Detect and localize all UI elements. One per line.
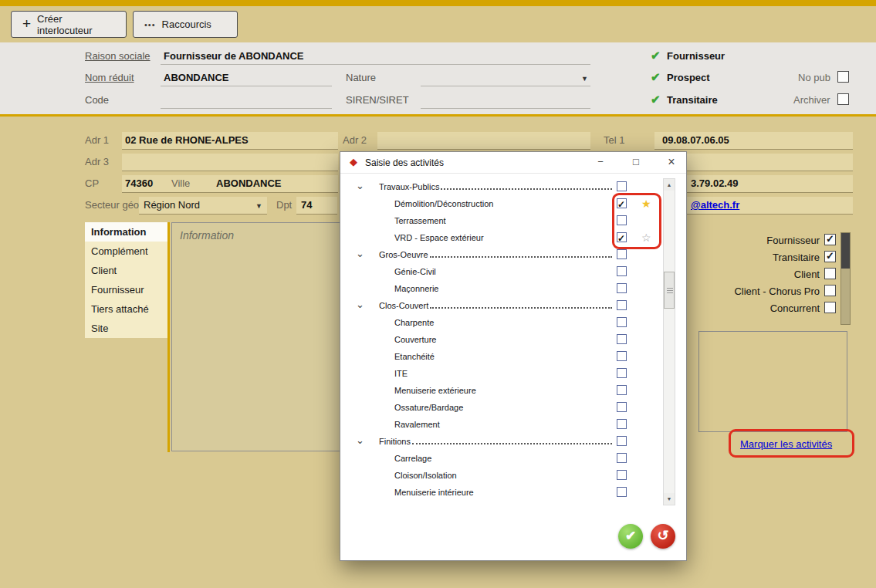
secteur-dropdown-arrow-icon[interactable]: ▼ — [255, 202, 262, 210]
adr2-field[interactable] — [377, 132, 590, 150]
dialog-titlebar[interactable]: ◆ Saisie des activités − □ × — [340, 152, 686, 174]
minimize-button[interactable]: − — [586, 152, 615, 174]
chevron-down-icon[interactable]: ⌄ — [356, 432, 364, 449]
scroll-up-icon[interactable]: ▲ — [664, 179, 675, 191]
adr1-label: Adr 1 — [85, 134, 109, 146]
secteur-geo-dropdown[interactable]: Région Nord ▼ — [139, 197, 267, 215]
activity-checkbox[interactable] — [617, 300, 627, 310]
flags-scrollbar-thumb[interactable] — [841, 233, 850, 269]
activity-group-row[interactable]: ⌄ Clos-Couvert — [345, 297, 663, 314]
close-button[interactable]: × — [657, 152, 686, 174]
validate-button[interactable]: ✔ — [618, 524, 643, 549]
maximize-button[interactable]: □ — [621, 152, 651, 174]
activity-group-row[interactable]: ⌄ Travaux-Publics — [345, 178, 663, 195]
chevron-down-icon[interactable]: ⌄ — [356, 296, 364, 313]
activity-label: Couverture — [394, 331, 436, 348]
nature-field[interactable] — [421, 86, 590, 86]
archiver-checkbox[interactable] — [837, 93, 849, 105]
activity-row[interactable]: Ossature/Bardage — [345, 399, 663, 416]
activity-row[interactable]: Menuiserie intérieure — [345, 484, 663, 501]
shortcuts-button[interactable]: ••• Raccourcis — [133, 11, 238, 38]
tab-fournisseur-label: Fournisseur — [91, 284, 144, 296]
activity-checkbox[interactable] — [617, 232, 627, 242]
dialog-scrollbar[interactable]: ▲ ▼ — [663, 178, 675, 505]
activity-row[interactable]: VRD - Espace extérieur — [345, 229, 663, 246]
activity-checkbox[interactable] — [617, 402, 627, 412]
activity-row[interactable]: Maçonnerie — [345, 280, 663, 297]
activity-checkbox[interactable] — [617, 266, 627, 276]
activity-checkbox[interactable] — [617, 470, 627, 480]
tab-site[interactable]: Site — [85, 319, 167, 338]
no-pub-checkbox[interactable] — [837, 71, 849, 83]
activity-row[interactable]: Ravalement — [345, 416, 663, 433]
favorite-star-icon[interactable] — [641, 229, 651, 246]
tab-client[interactable]: Client — [85, 261, 167, 280]
cp-ville-field[interactable]: 74360 Ville ABONDANCE — [122, 175, 338, 193]
email-link[interactable]: @altech.fr — [691, 199, 739, 211]
activity-checkbox[interactable] — [617, 436, 627, 446]
scroll-down-icon[interactable]: ▼ — [664, 493, 675, 505]
tel1-field[interactable]: 09.08.07.06.05 — [654, 132, 853, 150]
activity-checkbox[interactable] — [617, 453, 627, 463]
flag-transitaire-checkbox[interactable] — [824, 251, 836, 262]
activity-checkbox[interactable] — [617, 351, 627, 361]
flags-scrollbar[interactable] — [840, 232, 851, 325]
cancel-button[interactable]: ↺ — [651, 524, 675, 549]
code-field[interactable] — [161, 108, 332, 109]
raison-sociale-label[interactable]: Raison sociale — [85, 50, 151, 62]
thumb-grip — [667, 292, 673, 293]
activity-row[interactable]: Terrassement — [345, 212, 663, 229]
activity-row[interactable]: ITE — [345, 365, 663, 382]
marquer-activites-link[interactable]: Marquer les activités — [740, 438, 832, 450]
thumb-grip — [667, 288, 673, 289]
nom-reduit-label[interactable]: Nom réduit — [85, 72, 134, 83]
chevron-down-icon[interactable]: ⌄ — [356, 178, 364, 194]
flag-fournisseur-checkbox[interactable] — [824, 234, 836, 245]
chevron-down-icon[interactable]: ⌄ — [356, 245, 364, 262]
activity-row[interactable]: Charpente — [345, 314, 663, 331]
scrollbar-thumb[interactable] — [664, 272, 675, 309]
tab-tiers-attache[interactable]: Tiers attaché — [85, 299, 167, 319]
activity-checkbox[interactable] — [617, 283, 627, 293]
tab-information[interactable]: Information — [85, 222, 167, 242]
nature-dropdown-arrow-icon[interactable]: ▼ — [581, 75, 588, 83]
tab-fournisseur[interactable]: Fournisseur — [85, 280, 167, 299]
flag-concurrent-checkbox[interactable] — [824, 302, 836, 313]
activity-checkbox[interactable] — [617, 198, 627, 208]
siren-siret-label: SIREN/SIRET — [346, 94, 409, 106]
activity-checkbox[interactable] — [617, 317, 627, 327]
activity-row[interactable]: Etanchéité — [345, 348, 663, 365]
shortcuts-label: Raccourcis — [162, 19, 211, 30]
tab-complement[interactable]: Complément — [85, 242, 167, 261]
activity-checkbox[interactable] — [617, 368, 627, 378]
dpt-field[interactable]: 74 — [296, 197, 337, 215]
activity-checkbox[interactable] — [617, 215, 627, 225]
activity-row[interactable]: Génie-Civil — [345, 263, 663, 280]
activity-group-row[interactable]: ⌄ Finitions — [345, 433, 663, 450]
activity-row[interactable]: Menuiserie extérieure — [345, 382, 663, 399]
tab-site-label: Site — [91, 323, 108, 334]
activity-label: Maçonnerie — [394, 280, 438, 297]
activity-row[interactable]: Démolition/Déconstruction — [345, 195, 663, 212]
adr1-field[interactable]: 02 Rue de RHONE-ALPES — [122, 132, 338, 150]
activity-row[interactable]: Cloison/Isolation — [345, 467, 663, 484]
activity-group-row[interactable]: ⌄ Gros-Oeuvre — [345, 246, 663, 263]
adr3-field[interactable] — [122, 154, 338, 171]
nom-reduit-value[interactable]: ABONDANCE — [164, 72, 229, 83]
activity-checkbox[interactable] — [617, 249, 627, 259]
create-interlocutor-button[interactable]: + Créer interlocuteur — [11, 11, 127, 38]
activity-checkbox[interactable] — [617, 487, 627, 497]
flag-client-checkbox[interactable] — [824, 268, 836, 279]
raison-sociale-value[interactable]: Fournisseur de ABONDANCE — [164, 50, 304, 62]
siren-siret-field[interactable] — [421, 108, 590, 109]
activity-checkbox[interactable] — [617, 181, 627, 191]
activity-checkbox[interactable] — [617, 419, 627, 429]
activity-checkbox[interactable] — [617, 334, 627, 344]
activity-row[interactable]: Carrelage — [345, 450, 663, 467]
activity-row[interactable]: Couverture — [345, 331, 663, 348]
transitaire-flag-label: Transitaire — [667, 94, 718, 106]
tab-accent-line — [167, 222, 170, 452]
flag-chorus-pro-checkbox[interactable] — [824, 285, 836, 296]
favorite-star-icon[interactable] — [641, 195, 651, 212]
activity-checkbox[interactable] — [617, 385, 627, 395]
